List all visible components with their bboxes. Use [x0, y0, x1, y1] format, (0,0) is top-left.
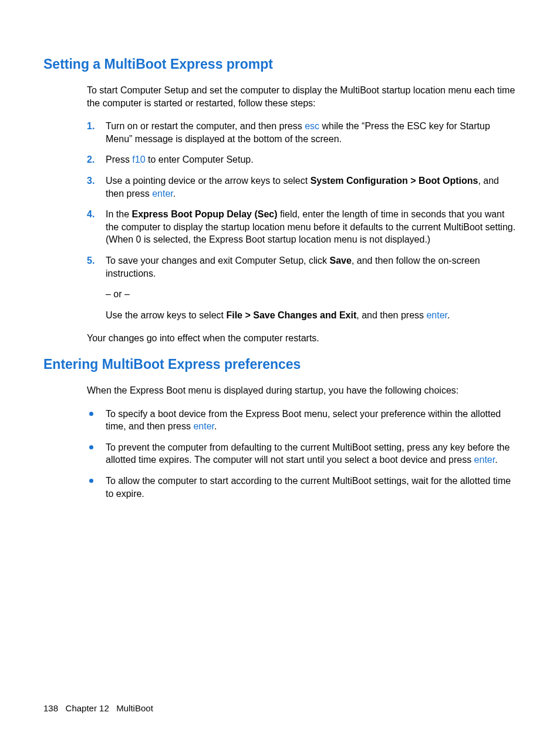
outro-paragraph: Your changes go into effect when the com… [87, 332, 517, 345]
step-text: Use a pointing device or the arrow keys … [106, 176, 311, 186]
intro-paragraph: To start Computer Setup and set the comp… [87, 84, 517, 109]
keyboard-key: f10 [132, 154, 145, 164]
item-text: To allow the computer to start according… [106, 476, 511, 499]
section-heading: Setting a MultiBoot Express prompt [43, 55, 517, 73]
step-number: 2. [87, 153, 95, 166]
item-text: To specify a boot device from the Expres… [106, 409, 501, 432]
ordered-steps: 1. Turn on or restart the computer, and … [87, 120, 517, 321]
step-text: , and then press [356, 310, 426, 320]
list-item: To allow the computer to start according… [87, 475, 517, 500]
bullet-list: To specify a boot device from the Expres… [87, 408, 517, 500]
step-text: Use the arrow keys to select [106, 310, 226, 320]
keyboard-key: enter [152, 189, 173, 199]
bold-text: Express Boot Popup Delay (Sec) [131, 209, 277, 219]
keyboard-key: esc [305, 121, 319, 131]
step-number: 4. [87, 208, 95, 221]
step-text: to enter Computer Setup. [146, 154, 254, 164]
step-text: Press [106, 154, 132, 164]
chapter-label: Chapter 12 MultiBoot [66, 703, 153, 713]
step-item: 4. In the Express Boot Popup Delay (Sec)… [87, 208, 517, 246]
step-text: . [447, 310, 450, 320]
step-item: 5. To save your changes and exit Compute… [87, 254, 517, 321]
step-alternative: – or – [106, 288, 517, 301]
list-item: To prevent the computer from defaulting … [87, 441, 517, 466]
step-text: In the [106, 209, 131, 219]
document-page: Setting a MultiBoot Express prompt To st… [0, 0, 560, 746]
step-number: 3. [87, 174, 95, 187]
item-text: . [495, 455, 497, 465]
bold-text: System Configuration > Boot Options [311, 176, 478, 186]
keyboard-key: enter [193, 421, 214, 431]
list-item: To specify a boot device from the Expres… [87, 408, 517, 433]
bold-text: Save [330, 256, 352, 266]
step-number: 5. [87, 254, 95, 267]
item-text: . [214, 421, 217, 431]
step-number: 1. [87, 120, 95, 133]
page-number: 138 [43, 703, 58, 713]
intro-paragraph: When the Express Boot menu is displayed … [87, 384, 517, 397]
bold-text: File > Save Changes and Exit [226, 310, 356, 320]
step-item: 1. Turn on or restart the computer, and … [87, 120, 517, 145]
page-footer: 138 Chapter 12 MultiBoot [43, 703, 153, 714]
step-text: To save your changes and exit Computer S… [106, 256, 330, 266]
step-item: 3. Use a pointing device or the arrow ke… [87, 174, 517, 200]
keyboard-key: enter [426, 310, 447, 320]
step-alternative: Use the arrow keys to select File > Save… [106, 309, 517, 322]
step-item: 2. Press f10 to enter Computer Setup. [87, 153, 517, 166]
step-text: . [173, 189, 176, 199]
section-heading: Entering MultiBoot Express preferences [43, 355, 517, 374]
item-text: To prevent the computer from defaulting … [106, 442, 510, 465]
keyboard-key: enter [474, 455, 495, 465]
step-text: Turn on or restart the computer, and the… [106, 121, 305, 131]
